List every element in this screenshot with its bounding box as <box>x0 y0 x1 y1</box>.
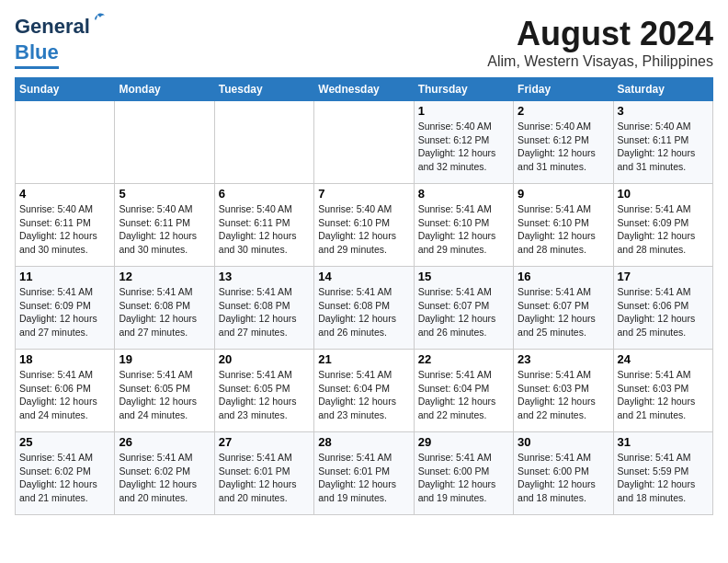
title-block: August 2024 Alim, Western Visayas, Phili… <box>487 15 713 70</box>
day-number: 18 <box>19 352 110 366</box>
day-number: 12 <box>119 270 210 283</box>
day-number: 23 <box>518 352 609 366</box>
day-number: 21 <box>318 352 409 366</box>
calendar-cell: 7Sunrise: 5:40 AM Sunset: 6:10 PM Daylig… <box>314 184 414 267</box>
page-header: General Blue August 2024 Alim, Western V… <box>15 15 713 70</box>
calendar-cell: 27Sunrise: 5:41 AM Sunset: 6:01 PM Dayli… <box>214 432 313 515</box>
day-number: 4 <box>19 187 110 201</box>
day-content: Sunrise: 5:41 AM Sunset: 6:07 PM Dayligh… <box>418 285 509 339</box>
calendar-cell <box>314 101 414 184</box>
header-wednesday: Wednesday <box>314 78 414 101</box>
calendar-table: SundayMondayTuesdayWednesdayThursdayFrid… <box>15 77 713 515</box>
calendar-week-row: 4Sunrise: 5:40 AM Sunset: 6:11 PM Daylig… <box>16 184 713 267</box>
logo-bird-icon <box>88 11 107 29</box>
day-number: 19 <box>119 352 210 366</box>
calendar-cell: 29Sunrise: 5:41 AM Sunset: 6:00 PM Dayli… <box>414 432 513 515</box>
calendar-cell <box>115 101 214 184</box>
day-number: 9 <box>518 187 609 201</box>
calendar-header-row: SundayMondayTuesdayWednesdayThursdayFrid… <box>16 78 713 101</box>
day-number: 29 <box>418 435 509 449</box>
day-number: 25 <box>19 435 110 449</box>
calendar-cell: 26Sunrise: 5:41 AM Sunset: 6:02 PM Dayli… <box>115 432 214 515</box>
calendar-cell: 22Sunrise: 5:41 AM Sunset: 6:04 PM Dayli… <box>414 350 513 432</box>
day-content: Sunrise: 5:41 AM Sunset: 6:04 PM Dayligh… <box>418 368 509 422</box>
calendar-cell: 6Sunrise: 5:40 AM Sunset: 6:11 PM Daylig… <box>214 184 313 267</box>
day-content: Sunrise: 5:40 AM Sunset: 6:10 PM Dayligh… <box>318 202 409 257</box>
day-number: 5 <box>119 187 210 201</box>
calendar-cell: 24Sunrise: 5:41 AM Sunset: 6:03 PM Dayli… <box>613 350 712 432</box>
day-number: 20 <box>219 352 310 366</box>
calendar-cell: 21Sunrise: 5:41 AM Sunset: 6:04 PM Dayli… <box>314 350 414 432</box>
day-content: Sunrise: 5:41 AM Sunset: 6:00 PM Dayligh… <box>418 451 509 505</box>
calendar-cell: 1Sunrise: 5:40 AM Sunset: 6:12 PM Daylig… <box>414 101 513 184</box>
day-content: Sunrise: 5:40 AM Sunset: 6:12 PM Dayligh… <box>418 120 509 174</box>
day-content: Sunrise: 5:41 AM Sunset: 6:05 PM Dayligh… <box>119 368 210 422</box>
day-content: Sunrise: 5:41 AM Sunset: 6:03 PM Dayligh… <box>518 368 609 422</box>
day-content: Sunrise: 5:41 AM Sunset: 6:08 PM Dayligh… <box>119 285 210 339</box>
calendar-cell: 20Sunrise: 5:41 AM Sunset: 6:05 PM Dayli… <box>214 350 313 432</box>
day-number: 17 <box>618 270 709 283</box>
day-content: Sunrise: 5:41 AM Sunset: 6:04 PM Dayligh… <box>318 368 409 422</box>
day-number: 28 <box>318 435 409 449</box>
calendar-cell: 23Sunrise: 5:41 AM Sunset: 6:03 PM Dayli… <box>514 350 613 432</box>
day-content: Sunrise: 5:41 AM Sunset: 6:08 PM Dayligh… <box>318 285 409 339</box>
calendar-week-row: 11Sunrise: 5:41 AM Sunset: 6:09 PM Dayli… <box>16 267 713 350</box>
calendar-cell: 8Sunrise: 5:41 AM Sunset: 6:10 PM Daylig… <box>414 184 513 267</box>
calendar-cell: 13Sunrise: 5:41 AM Sunset: 6:08 PM Dayli… <box>214 267 313 350</box>
logo-general: General <box>15 15 90 38</box>
logo-blue: Blue <box>15 40 59 63</box>
calendar-cell: 28Sunrise: 5:41 AM Sunset: 6:01 PM Dayli… <box>314 432 414 515</box>
day-content: Sunrise: 5:41 AM Sunset: 6:08 PM Dayligh… <box>219 285 310 339</box>
day-content: Sunrise: 5:41 AM Sunset: 6:10 PM Dayligh… <box>518 202 609 257</box>
main-title: August 2024 <box>487 15 713 53</box>
day-content: Sunrise: 5:41 AM Sunset: 6:05 PM Dayligh… <box>219 368 310 422</box>
day-number: 7 <box>318 187 409 201</box>
day-content: Sunrise: 5:40 AM Sunset: 6:11 PM Dayligh… <box>119 202 210 257</box>
calendar-cell: 16Sunrise: 5:41 AM Sunset: 6:07 PM Dayli… <box>514 267 613 350</box>
day-content: Sunrise: 5:41 AM Sunset: 6:01 PM Dayligh… <box>219 451 310 505</box>
day-number: 8 <box>418 187 509 201</box>
day-number: 10 <box>618 187 709 201</box>
calendar-cell: 30Sunrise: 5:41 AM Sunset: 6:00 PM Dayli… <box>514 432 613 515</box>
calendar-cell <box>214 101 313 184</box>
day-content: Sunrise: 5:41 AM Sunset: 6:09 PM Dayligh… <box>618 202 709 257</box>
calendar-cell: 17Sunrise: 5:41 AM Sunset: 6:06 PM Dayli… <box>613 267 712 350</box>
header-saturday: Saturday <box>613 78 712 101</box>
day-number: 24 <box>618 352 709 366</box>
header-monday: Monday <box>115 78 214 101</box>
day-number: 31 <box>618 435 709 449</box>
day-number: 27 <box>219 435 310 449</box>
calendar-cell: 19Sunrise: 5:41 AM Sunset: 6:05 PM Dayli… <box>115 350 214 432</box>
day-number: 14 <box>318 270 409 283</box>
day-number: 26 <box>119 435 210 449</box>
calendar-cell: 10Sunrise: 5:41 AM Sunset: 6:09 PM Dayli… <box>613 184 712 267</box>
day-content: Sunrise: 5:41 AM Sunset: 6:06 PM Dayligh… <box>19 368 110 422</box>
calendar-week-row: 1Sunrise: 5:40 AM Sunset: 6:12 PM Daylig… <box>16 101 713 184</box>
logo: General Blue <box>15 15 90 69</box>
day-content: Sunrise: 5:41 AM Sunset: 6:02 PM Dayligh… <box>119 451 210 505</box>
calendar-cell: 12Sunrise: 5:41 AM Sunset: 6:08 PM Dayli… <box>115 267 214 350</box>
day-number: 30 <box>518 435 609 449</box>
calendar-cell: 4Sunrise: 5:40 AM Sunset: 6:11 PM Daylig… <box>16 184 115 267</box>
calendar-cell: 18Sunrise: 5:41 AM Sunset: 6:06 PM Dayli… <box>16 350 115 432</box>
calendar-cell: 14Sunrise: 5:41 AM Sunset: 6:08 PM Dayli… <box>314 267 414 350</box>
day-content: Sunrise: 5:41 AM Sunset: 6:07 PM Dayligh… <box>518 285 609 339</box>
calendar-cell: 31Sunrise: 5:41 AM Sunset: 5:59 PM Dayli… <box>613 432 712 515</box>
calendar-cell: 25Sunrise: 5:41 AM Sunset: 6:02 PM Dayli… <box>16 432 115 515</box>
header-sunday: Sunday <box>16 78 115 101</box>
day-number: 15 <box>418 270 509 283</box>
day-content: Sunrise: 5:40 AM Sunset: 6:11 PM Dayligh… <box>618 120 709 174</box>
day-number: 22 <box>418 352 509 366</box>
day-content: Sunrise: 5:40 AM Sunset: 6:12 PM Dayligh… <box>518 120 609 174</box>
day-content: Sunrise: 5:41 AM Sunset: 6:00 PM Dayligh… <box>518 451 609 505</box>
day-content: Sunrise: 5:41 AM Sunset: 6:10 PM Dayligh… <box>418 202 509 257</box>
day-content: Sunrise: 5:40 AM Sunset: 6:11 PM Dayligh… <box>219 202 310 257</box>
calendar-cell <box>16 101 115 184</box>
day-number: 1 <box>418 104 509 118</box>
day-content: Sunrise: 5:41 AM Sunset: 6:09 PM Dayligh… <box>19 285 110 339</box>
day-content: Sunrise: 5:41 AM Sunset: 6:01 PM Dayligh… <box>318 451 409 505</box>
day-content: Sunrise: 5:41 AM Sunset: 6:02 PM Dayligh… <box>19 451 110 505</box>
calendar-cell: 3Sunrise: 5:40 AM Sunset: 6:11 PM Daylig… <box>613 101 712 184</box>
day-number: 3 <box>618 104 709 118</box>
day-number: 13 <box>219 270 310 283</box>
